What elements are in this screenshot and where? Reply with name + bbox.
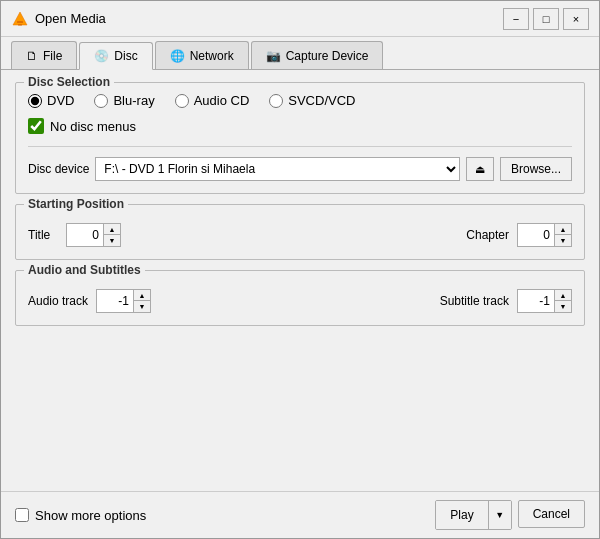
subtitle-track-spinner: ▲ ▼ bbox=[517, 289, 572, 313]
device-select[interactable]: F:\ - DVD 1 Florin si Mihaela bbox=[95, 157, 460, 181]
chapter-spin-down[interactable]: ▼ bbox=[555, 235, 571, 246]
maximize-button[interactable]: □ bbox=[533, 8, 559, 30]
title-bar-left: Open Media bbox=[11, 10, 106, 28]
title-spinner: ▲ ▼ bbox=[66, 223, 121, 247]
minimize-button[interactable]: − bbox=[503, 8, 529, 30]
title-spin-down[interactable]: ▼ bbox=[104, 235, 120, 246]
eject-button[interactable]: ⏏ bbox=[466, 157, 494, 181]
chapter-spin-up[interactable]: ▲ bbox=[555, 224, 571, 235]
audio-spin-down[interactable]: ▼ bbox=[134, 301, 150, 312]
chapter-spinner-btns: ▲ ▼ bbox=[554, 224, 571, 246]
title-input[interactable] bbox=[67, 224, 103, 246]
audio-track-group: Audio track ▲ ▼ bbox=[28, 289, 151, 313]
bluray-label: Blu-ray bbox=[113, 93, 154, 108]
starting-position-section: Starting Position Title ▲ ▼ Chapter bbox=[15, 204, 585, 260]
audio-subtitles-section: Audio and Subtitles Audio track ▲ ▼ Subt… bbox=[15, 270, 585, 326]
tab-disc[interactable]: 💿 Disc bbox=[79, 42, 152, 70]
disc-device-row: Disc device F:\ - DVD 1 Florin si Mihael… bbox=[28, 157, 572, 181]
svg-rect-1 bbox=[17, 21, 23, 23]
title-spin-up[interactable]: ▲ bbox=[104, 224, 120, 235]
dvd-radio-item[interactable]: DVD bbox=[28, 93, 74, 108]
vlc-icon bbox=[11, 10, 29, 28]
no-disc-menus-label: No disc menus bbox=[50, 119, 136, 134]
chapter-input[interactable] bbox=[518, 224, 554, 246]
file-icon: 🗋 bbox=[26, 49, 38, 63]
main-content: Disc Selection DVD Blu-ray Audio CD SVCD… bbox=[1, 70, 599, 491]
subtitle-spin-up[interactable]: ▲ bbox=[555, 290, 571, 301]
subtitle-spin-down[interactable]: ▼ bbox=[555, 301, 571, 312]
audio-track-input[interactable] bbox=[97, 290, 133, 312]
svcd-radio-item[interactable]: SVCD/VCD bbox=[269, 93, 355, 108]
tab-capture-label: Capture Device bbox=[286, 49, 369, 63]
svg-marker-0 bbox=[13, 12, 27, 25]
subtitle-track-spinner-btns: ▲ ▼ bbox=[554, 290, 571, 312]
audio-track-label: Audio track bbox=[28, 294, 88, 308]
tabs-bar: 🗋 File 💿 Disc 🌐 Network 📷 Capture Device bbox=[1, 37, 599, 70]
capture-icon: 📷 bbox=[266, 49, 281, 63]
subtitle-track-group: Subtitle track ▲ ▼ bbox=[440, 289, 572, 313]
footer-buttons: Play ▼ Cancel bbox=[435, 500, 585, 530]
tab-capture[interactable]: 📷 Capture Device bbox=[251, 41, 384, 69]
footer: Show more options Play ▼ Cancel bbox=[1, 491, 599, 538]
close-button[interactable]: × bbox=[563, 8, 589, 30]
network-icon: 🌐 bbox=[170, 49, 185, 63]
chapter-group: Chapter ▲ ▼ bbox=[466, 223, 572, 247]
svcd-radio[interactable] bbox=[269, 94, 283, 108]
position-row: Title ▲ ▼ Chapter ▲ bbox=[28, 223, 572, 247]
title-group: Title ▲ ▼ bbox=[28, 223, 121, 247]
audio-spin-up[interactable]: ▲ bbox=[134, 290, 150, 301]
tab-network-label: Network bbox=[190, 49, 234, 63]
play-button[interactable]: Play bbox=[436, 501, 488, 529]
cancel-button[interactable]: Cancel bbox=[518, 500, 585, 528]
audio-subtitles-label: Audio and Subtitles bbox=[24, 263, 145, 277]
show-more-options: Show more options bbox=[15, 508, 146, 523]
device-label: Disc device bbox=[28, 162, 89, 176]
title-spinner-btns: ▲ ▼ bbox=[103, 224, 120, 246]
open-media-dialog: Open Media − □ × 🗋 File 💿 Disc 🌐 Network… bbox=[0, 0, 600, 539]
divider bbox=[28, 146, 572, 147]
show-more-checkbox[interactable] bbox=[15, 508, 29, 522]
bluray-radio[interactable] bbox=[94, 94, 108, 108]
no-disc-menus-checkbox[interactable] bbox=[28, 118, 44, 134]
browse-button[interactable]: Browse... bbox=[500, 157, 572, 181]
show-more-label: Show more options bbox=[35, 508, 146, 523]
eject-icon: ⏏ bbox=[475, 163, 485, 176]
bluray-radio-item[interactable]: Blu-ray bbox=[94, 93, 154, 108]
dropdown-arrow-icon: ▼ bbox=[495, 510, 504, 520]
starting-position-label: Starting Position bbox=[24, 197, 128, 211]
disc-type-radio-group: DVD Blu-ray Audio CD SVCD/VCD bbox=[28, 93, 572, 108]
tab-file[interactable]: 🗋 File bbox=[11, 41, 77, 69]
disc-selection-label: Disc Selection bbox=[24, 75, 114, 89]
subtitle-track-label: Subtitle track bbox=[440, 294, 509, 308]
disc-selection-section: Disc Selection DVD Blu-ray Audio CD SVCD… bbox=[15, 82, 585, 194]
audio-subtitles-row: Audio track ▲ ▼ Subtitle track bbox=[28, 289, 572, 313]
dvd-radio[interactable] bbox=[28, 94, 42, 108]
svg-rect-2 bbox=[18, 24, 22, 26]
play-dropdown-button[interactable]: ▼ bbox=[489, 501, 511, 529]
audiocd-radio-item[interactable]: Audio CD bbox=[175, 93, 250, 108]
chapter-label: Chapter bbox=[466, 228, 509, 242]
title-bar-title: Open Media bbox=[35, 11, 106, 26]
tab-disc-label: Disc bbox=[114, 49, 137, 63]
audio-track-spinner-btns: ▲ ▼ bbox=[133, 290, 150, 312]
tab-network[interactable]: 🌐 Network bbox=[155, 41, 249, 69]
no-disc-menus-row: No disc menus bbox=[28, 118, 572, 134]
tab-file-label: File bbox=[43, 49, 62, 63]
audiocd-radio[interactable] bbox=[175, 94, 189, 108]
title-bar-controls: − □ × bbox=[503, 8, 589, 30]
play-button-group: Play ▼ bbox=[435, 500, 511, 530]
subtitle-track-input[interactable] bbox=[518, 290, 554, 312]
audiocd-label: Audio CD bbox=[194, 93, 250, 108]
title-label: Title bbox=[28, 228, 58, 242]
title-bar: Open Media − □ × bbox=[1, 1, 599, 37]
chapter-spinner: ▲ ▼ bbox=[517, 223, 572, 247]
dvd-label: DVD bbox=[47, 93, 74, 108]
svcd-label: SVCD/VCD bbox=[288, 93, 355, 108]
disc-icon: 💿 bbox=[94, 49, 109, 63]
audio-track-spinner: ▲ ▼ bbox=[96, 289, 151, 313]
